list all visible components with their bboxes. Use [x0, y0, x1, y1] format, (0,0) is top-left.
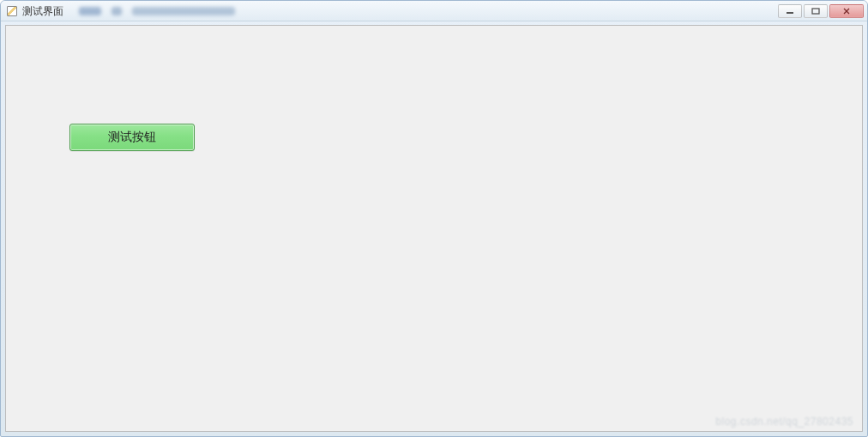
- app-icon: [6, 5, 18, 17]
- client-area: 测试按钮 blog.csdn.net/qq_27802435: [5, 25, 863, 432]
- window-controls: [778, 4, 864, 18]
- maximize-button[interactable]: [804, 4, 828, 18]
- maximize-icon: [811, 8, 820, 15]
- watermark-text: blog.csdn.net/qq_27802435: [715, 416, 853, 428]
- minimize-icon: [786, 8, 794, 15]
- minimize-button[interactable]: [778, 4, 802, 18]
- title-bar[interactable]: 测试界面: [1, 1, 867, 21]
- test-button[interactable]: 测试按钮: [69, 124, 195, 151]
- application-window: 测试界面: [0, 0, 868, 437]
- titlebar-blurred-area: [79, 7, 778, 15]
- svg-rect-0: [787, 12, 793, 14]
- window-title: 测试界面: [22, 5, 63, 17]
- test-button-label: 测试按钮: [108, 130, 156, 145]
- svg-rect-1: [812, 9, 819, 14]
- close-button[interactable]: [829, 4, 864, 18]
- close-icon: [842, 8, 851, 15]
